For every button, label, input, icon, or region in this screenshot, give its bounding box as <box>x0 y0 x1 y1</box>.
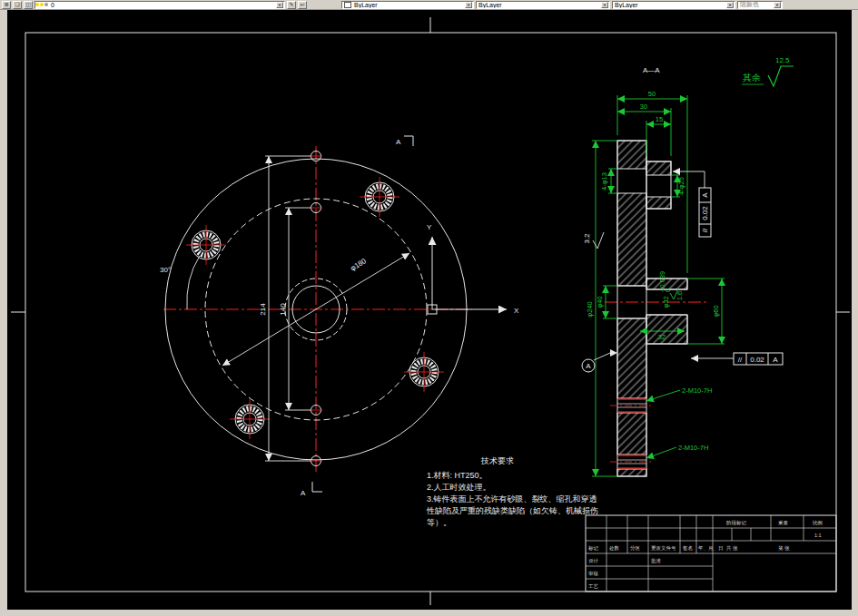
layer-control[interactable]: 0 ▼ <box>35 1 285 9</box>
dim-15-label: 15 <box>656 115 663 123</box>
dim-d32-label: φ32 <box>662 296 670 308</box>
plotstyle-dropdown-arrow-icon[interactable]: ▼ <box>774 2 781 8</box>
dim-30-label: 30 <box>640 103 647 111</box>
color-control[interactable]: ByLayer ▼ <box>341 1 474 9</box>
fcf-vertical-datum: A <box>701 192 709 198</box>
tb-h3: 分区 <box>630 545 641 551</box>
dim-d60-label: φ60 <box>712 305 720 317</box>
tb-h4: 更改文件号 <box>651 545 676 551</box>
tb-stage: 阶段标记 <box>726 520 747 526</box>
roughness-1-6-label: 1.6 <box>676 291 684 300</box>
section-mark-bottom-label: A <box>301 489 306 497</box>
lineweight-dropdown-arrow-icon[interactable]: ▼ <box>726 2 734 8</box>
cad-window: ≣ ❏ ◫ 0 ▼ ✎ ↩ ByLayer ▼ ByLayer ▼ ByLaye… <box>0 0 858 616</box>
roughness-1-6: 1.6 <box>670 288 684 300</box>
ucs-icon: Y X <box>427 223 519 315</box>
tb-weight: 重量 <box>778 520 789 525</box>
lineweight-control[interactable]: ByLayer ▼ <box>612 1 735 9</box>
roughness-3-2-label: 3.2 <box>583 233 591 244</box>
layer-dropdown-arrow-icon[interactable]: ▼ <box>276 2 283 8</box>
tb-r1: 设计 <box>588 558 599 563</box>
drawing-svg: 214 140 φ180 30° A A Y X A—A <box>7 10 852 610</box>
layers-properties-toolbar: ≣ ❏ ◫ 0 ▼ ✎ ↩ ByLayer ▼ ByLayer ▼ ByLaye… <box>0 0 858 10</box>
datum-triangle-icon <box>610 349 617 357</box>
dim-d240-label: φ240 <box>586 301 594 317</box>
dim-30deg-label: 30° <box>160 266 171 274</box>
section-title: A—A <box>643 66 660 74</box>
general-roughness-value: 12.5 <box>775 56 790 64</box>
fcf-parallel-symbol: // <box>738 356 743 364</box>
roughness-symbol-icon <box>768 66 794 86</box>
color-chip-icon <box>344 2 351 8</box>
tb-r3: 工艺 <box>588 583 599 589</box>
section-mark-top-label: A <box>396 138 401 146</box>
tech-req-line3: 3.铸件表面上不允许有砂眼、裂纹、缩孔和穿透 <box>427 494 597 504</box>
tech-req-line4: 性缺陷及严重的残缺类缺陷（如欠铸、机械损伤 <box>426 506 598 515</box>
dim-4xd13 <box>608 169 617 193</box>
section-mark-top-icon <box>404 136 413 146</box>
drawing-canvas[interactable]: 214 140 φ180 30° A A Y X A—A <box>7 10 852 610</box>
fcf-parallel-value: 0.02 <box>750 356 764 364</box>
general-roughness-prefix: 其余 <box>743 73 761 83</box>
technical-requirements: 技术要求 1.材料: HT250。 2.人工时效处理。 3.铸件表面上不允许有砂… <box>426 456 598 527</box>
tech-req-line1: 1.材料: HT250。 <box>427 471 488 480</box>
title-block: 标记 处数 分区 更改文件号 签名 年、月、日 设计 审核 工艺 批准 阶段标记… <box>586 515 836 592</box>
counterbore-holes <box>186 177 444 439</box>
thread-label-1: 2-M10-7H <box>682 386 712 395</box>
thread-leader-2 <box>646 447 676 458</box>
tb-h1: 标记 <box>587 545 599 552</box>
section-view: A—A <box>582 66 783 476</box>
tech-req-line2: 2.人工时效处理。 <box>427 483 491 492</box>
dim-50-label: 50 <box>648 90 656 98</box>
general-roughness: 其余 12.5 <box>742 56 794 86</box>
dim-d40-label: φ40 <box>596 296 604 308</box>
section-mark-bottom-icon <box>312 482 322 492</box>
layer-value: 0 <box>49 2 276 8</box>
axis-x-label: X <box>514 307 519 315</box>
tb-sheets-total: 共 张 <box>725 545 738 552</box>
fcf-parallel-datum: A <box>773 356 778 364</box>
tb-sheet-no: 第 张 <box>778 545 790 552</box>
dim-d32: φ32 +0.039 0 <box>658 271 672 308</box>
linetype-control[interactable]: ByLayer ▼ <box>476 1 610 9</box>
linetype-value: ByLayer <box>477 2 601 8</box>
tech-req-title: 技术要求 <box>480 456 514 465</box>
dim-d32-tol-sub: 0 <box>664 288 672 292</box>
tb-r2: 审核 <box>588 571 599 576</box>
axis-y-label: Y <box>427 223 432 231</box>
thread-label-2: 2-M10-7H <box>678 444 708 452</box>
plotstyle-control[interactable]: 随颜色 ▼ <box>737 1 783 9</box>
fcf-parallel: // 0.02 A <box>691 353 783 365</box>
tech-req-line5: 等）。 <box>427 518 451 527</box>
tb-r4: 批准 <box>651 558 662 564</box>
dim-4xd25-label: 4-φ25 <box>677 177 685 195</box>
make-object-layer-current-icon[interactable]: ✎ <box>287 1 296 9</box>
fcf-vertical-symbol: // <box>701 228 709 232</box>
lineweight-value: ByLayer <box>613 2 726 8</box>
dim-32-label: 32 <box>658 333 666 341</box>
layer-previous-icon[interactable]: ↩ <box>298 1 307 9</box>
thread-leader-1 <box>646 390 680 401</box>
fcf-vertical-value: 0.02 <box>701 206 709 220</box>
color-dropdown-arrow-icon[interactable]: ▼ <box>465 2 472 8</box>
plotstyle-value: 随颜色 <box>738 0 774 9</box>
tb-h5: 签名 <box>683 545 693 552</box>
sheet-frame <box>11 17 850 605</box>
layer-properties-icon[interactable]: ≣ <box>2 1 11 9</box>
datum-a: A <box>582 349 617 372</box>
dim-d180-label: φ180 <box>349 257 368 273</box>
tb-scale-value: 1:1 <box>814 533 822 538</box>
dim-4xd13-label: 4-φ13 <box>600 172 608 191</box>
roughness-3-2: 3.2 <box>583 232 604 249</box>
layer-lock-icon <box>44 3 48 6</box>
datum-a-label: A <box>586 362 591 370</box>
dim-140-label: 140 <box>279 303 287 316</box>
linetype-dropdown-arrow-icon[interactable]: ▼ <box>601 2 608 8</box>
tb-scale: 比例 <box>813 520 823 526</box>
layer-on-icon <box>35 3 39 6</box>
layers-icon[interactable]: ❏ <box>13 1 22 9</box>
tb-h2: 处数 <box>609 545 620 552</box>
layer-states-icon[interactable]: ◫ <box>24 1 33 9</box>
dim-214-label: 214 <box>259 303 267 316</box>
tb-h6: 年、月、日 <box>698 545 724 552</box>
